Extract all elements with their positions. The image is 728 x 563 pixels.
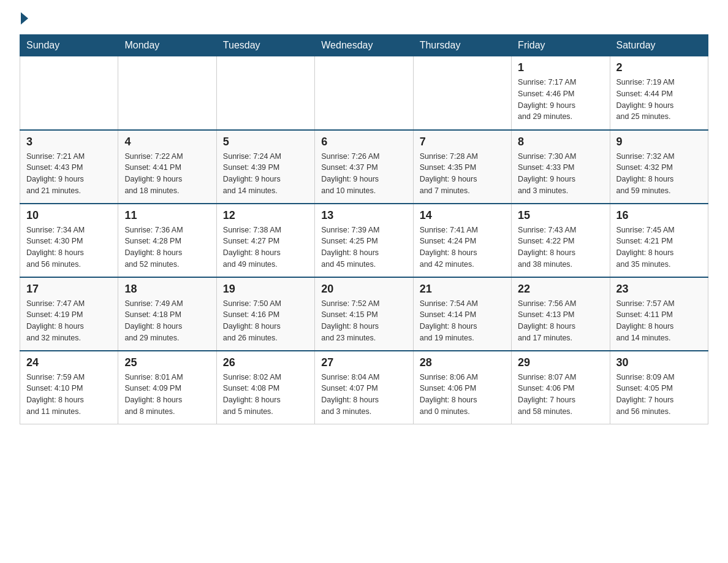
day-info: Sunrise: 7:38 AM Sunset: 4:27 PM Dayligh…: [223, 224, 308, 270]
weekday-header-saturday: Saturday: [610, 35, 708, 56]
day-number: 9: [616, 136, 702, 148]
calendar-cell: 18Sunrise: 7:49 AM Sunset: 4:18 PM Dayli…: [118, 277, 216, 351]
day-number: 4: [124, 136, 210, 148]
calendar-cell: 19Sunrise: 7:50 AM Sunset: 4:16 PM Dayli…: [216, 277, 314, 351]
calendar-table: SundayMondayTuesdayWednesdayThursdayFrid…: [20, 34, 708, 424]
calendar-cell: 26Sunrise: 8:02 AM Sunset: 4:08 PM Dayli…: [216, 351, 314, 424]
day-number: 16: [616, 209, 702, 222]
day-number: 28: [420, 356, 505, 369]
calendar-cell: 21Sunrise: 7:54 AM Sunset: 4:14 PM Dayli…: [413, 277, 511, 351]
day-number: 29: [518, 356, 603, 369]
day-number: 30: [616, 356, 702, 369]
day-info: Sunrise: 8:02 AM Sunset: 4:08 PM Dayligh…: [223, 372, 308, 418]
day-number: 12: [223, 209, 308, 222]
day-number: 2: [616, 61, 702, 74]
day-number: 21: [420, 283, 505, 296]
calendar-cell: [315, 56, 413, 130]
day-number: 24: [26, 356, 112, 369]
day-info: Sunrise: 7:28 AM Sunset: 4:35 PM Dayligh…: [420, 151, 505, 197]
calendar-cell: 16Sunrise: 7:45 AM Sunset: 4:21 PM Dayli…: [610, 204, 708, 277]
day-number: 7: [420, 136, 505, 148]
week-row-3: 10Sunrise: 7:34 AM Sunset: 4:30 PM Dayli…: [20, 204, 708, 277]
week-row-2: 3Sunrise: 7:21 AM Sunset: 4:43 PM Daylig…: [20, 130, 708, 204]
calendar-cell: 14Sunrise: 7:41 AM Sunset: 4:24 PM Dayli…: [413, 204, 511, 277]
day-number: 26: [223, 356, 308, 369]
day-info: Sunrise: 7:54 AM Sunset: 4:14 PM Dayligh…: [420, 298, 505, 344]
calendar-cell: 15Sunrise: 7:43 AM Sunset: 4:22 PM Dayli…: [512, 204, 610, 277]
day-info: Sunrise: 7:32 AM Sunset: 4:32 PM Dayligh…: [616, 151, 702, 197]
day-info: Sunrise: 7:47 AM Sunset: 4:19 PM Dayligh…: [26, 298, 112, 344]
day-info: Sunrise: 8:06 AM Sunset: 4:06 PM Dayligh…: [420, 372, 505, 418]
calendar-cell: 1Sunrise: 7:17 AM Sunset: 4:46 PM Daylig…: [512, 56, 610, 130]
day-info: Sunrise: 7:59 AM Sunset: 4:10 PM Dayligh…: [26, 372, 112, 418]
calendar-cell: 22Sunrise: 7:56 AM Sunset: 4:13 PM Dayli…: [512, 277, 610, 351]
calendar-cell: 9Sunrise: 7:32 AM Sunset: 4:32 PM Daylig…: [610, 130, 708, 204]
calendar-cell: 24Sunrise: 7:59 AM Sunset: 4:10 PM Dayli…: [20, 351, 118, 424]
day-number: 11: [124, 209, 210, 222]
calendar-cell: [118, 56, 216, 130]
weekday-header-wednesday: Wednesday: [315, 35, 413, 56]
day-info: Sunrise: 7:30 AM Sunset: 4:33 PM Dayligh…: [518, 151, 603, 197]
day-info: Sunrise: 7:43 AM Sunset: 4:22 PM Dayligh…: [518, 224, 603, 270]
calendar-cell: 10Sunrise: 7:34 AM Sunset: 4:30 PM Dayli…: [20, 204, 118, 277]
day-number: 5: [223, 136, 308, 148]
calendar-cell: 30Sunrise: 8:09 AM Sunset: 4:05 PM Dayli…: [610, 351, 708, 424]
calendar-cell: 29Sunrise: 8:07 AM Sunset: 4:06 PM Dayli…: [512, 351, 610, 424]
day-info: Sunrise: 7:36 AM Sunset: 4:28 PM Dayligh…: [124, 224, 210, 270]
day-number: 22: [518, 283, 603, 296]
calendar-cell: 17Sunrise: 7:47 AM Sunset: 4:19 PM Dayli…: [20, 277, 118, 351]
day-number: 6: [321, 136, 406, 148]
day-info: Sunrise: 7:39 AM Sunset: 4:25 PM Dayligh…: [321, 224, 406, 270]
weekday-header-friday: Friday: [512, 35, 610, 56]
calendar-cell: 6Sunrise: 7:26 AM Sunset: 4:37 PM Daylig…: [315, 130, 413, 204]
day-info: Sunrise: 8:01 AM Sunset: 4:09 PM Dayligh…: [124, 372, 210, 418]
day-info: Sunrise: 7:45 AM Sunset: 4:21 PM Dayligh…: [616, 224, 702, 270]
day-number: 13: [321, 209, 406, 222]
day-info: Sunrise: 7:34 AM Sunset: 4:30 PM Dayligh…: [26, 224, 112, 270]
calendar-cell: 25Sunrise: 8:01 AM Sunset: 4:09 PM Dayli…: [118, 351, 216, 424]
page-header: [20, 15, 708, 25]
calendar-cell: 4Sunrise: 7:22 AM Sunset: 4:41 PM Daylig…: [118, 130, 216, 204]
weekday-header-sunday: Sunday: [20, 35, 118, 56]
day-info: Sunrise: 7:52 AM Sunset: 4:15 PM Dayligh…: [321, 298, 406, 344]
weekday-header-tuesday: Tuesday: [216, 35, 314, 56]
day-info: Sunrise: 7:57 AM Sunset: 4:11 PM Dayligh…: [616, 298, 702, 344]
calendar-cell: 11Sunrise: 7:36 AM Sunset: 4:28 PM Dayli…: [118, 204, 216, 277]
day-info: Sunrise: 7:26 AM Sunset: 4:37 PM Dayligh…: [321, 151, 406, 197]
calendar-cell: 20Sunrise: 7:52 AM Sunset: 4:15 PM Dayli…: [315, 277, 413, 351]
calendar-cell: 12Sunrise: 7:38 AM Sunset: 4:27 PM Dayli…: [216, 204, 314, 277]
logo: [20, 15, 28, 25]
weekday-header-row: SundayMondayTuesdayWednesdayThursdayFrid…: [20, 35, 708, 56]
calendar-cell: 5Sunrise: 7:24 AM Sunset: 4:39 PM Daylig…: [216, 130, 314, 204]
calendar-cell: 8Sunrise: 7:30 AM Sunset: 4:33 PM Daylig…: [512, 130, 610, 204]
calendar-cell: [216, 56, 314, 130]
day-number: 8: [518, 136, 603, 148]
day-info: Sunrise: 7:56 AM Sunset: 4:13 PM Dayligh…: [518, 298, 603, 344]
day-number: 23: [616, 283, 702, 296]
day-number: 18: [124, 283, 210, 296]
day-info: Sunrise: 7:19 AM Sunset: 4:44 PM Dayligh…: [616, 77, 702, 123]
day-number: 3: [26, 136, 112, 148]
day-number: 14: [420, 209, 505, 222]
calendar-cell: 7Sunrise: 7:28 AM Sunset: 4:35 PM Daylig…: [413, 130, 511, 204]
day-number: 20: [321, 283, 406, 296]
day-number: 27: [321, 356, 406, 369]
calendar-cell: [20, 56, 118, 130]
day-info: Sunrise: 7:50 AM Sunset: 4:16 PM Dayligh…: [223, 298, 308, 344]
day-number: 15: [518, 209, 603, 222]
day-number: 10: [26, 209, 112, 222]
logo-arrow-icon: [21, 12, 28, 25]
day-info: Sunrise: 8:07 AM Sunset: 4:06 PM Dayligh…: [518, 372, 603, 418]
day-info: Sunrise: 7:24 AM Sunset: 4:39 PM Dayligh…: [223, 151, 308, 197]
calendar-cell: 3Sunrise: 7:21 AM Sunset: 4:43 PM Daylig…: [20, 130, 118, 204]
day-info: Sunrise: 8:04 AM Sunset: 4:07 PM Dayligh…: [321, 372, 406, 418]
day-info: Sunrise: 7:21 AM Sunset: 4:43 PM Dayligh…: [26, 151, 112, 197]
calendar-cell: 13Sunrise: 7:39 AM Sunset: 4:25 PM Dayli…: [315, 204, 413, 277]
day-info: Sunrise: 7:22 AM Sunset: 4:41 PM Dayligh…: [124, 151, 210, 197]
week-row-5: 24Sunrise: 7:59 AM Sunset: 4:10 PM Dayli…: [20, 351, 708, 424]
calendar-cell: 28Sunrise: 8:06 AM Sunset: 4:06 PM Dayli…: [413, 351, 511, 424]
week-row-4: 17Sunrise: 7:47 AM Sunset: 4:19 PM Dayli…: [20, 277, 708, 351]
weekday-header-monday: Monday: [118, 35, 216, 56]
calendar-cell: 27Sunrise: 8:04 AM Sunset: 4:07 PM Dayli…: [315, 351, 413, 424]
day-info: Sunrise: 7:41 AM Sunset: 4:24 PM Dayligh…: [420, 224, 505, 270]
